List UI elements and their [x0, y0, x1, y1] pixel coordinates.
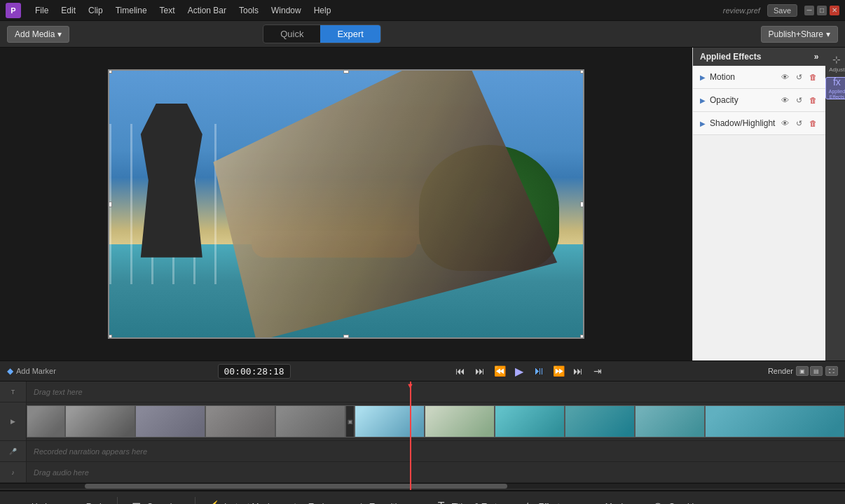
handle-top-left[interactable] [108, 69, 112, 74]
effects-button[interactable]: ★ Effects ▾ [514, 496, 577, 505]
handle-bottom-right[interactable] [580, 335, 584, 339]
menu-timeline[interactable]: Timeline [110, 4, 153, 18]
handle-bottom-middle[interactable] [343, 335, 349, 339]
effect-motion-arrow[interactable]: ▶ [700, 74, 706, 81]
menu-tools[interactable]: Tools [233, 4, 264, 18]
menu-clip[interactable]: Clip [83, 4, 109, 18]
handle-top-right[interactable] [580, 69, 584, 74]
applied-effects-label: Applied Effects [826, 89, 845, 99]
clip-6[interactable] [355, 405, 425, 438]
clip-3[interactable] [135, 405, 205, 438]
applied-effects-tool[interactable]: fx Applied Effects [825, 77, 845, 99]
adjust-tool[interactable]: ⊹ Adjust [825, 52, 845, 74]
undo-button[interactable]: ↩ Undo [7, 496, 59, 505]
handle-bottom-left[interactable] [108, 335, 112, 339]
clip-8[interactable] [495, 405, 565, 438]
tools-icon: ✂ [291, 500, 305, 505]
clip-marker[interactable]: ▣ [345, 405, 355, 438]
graphics-label: Graphics [668, 502, 702, 505]
clip-11[interactable] [705, 405, 845, 438]
prev-edit-button[interactable]: ⏭ [472, 363, 488, 379]
tools-button[interactable]: ✂ Tools ▾ [284, 496, 342, 505]
timeline-scroll-thumb[interactable] [85, 484, 507, 489]
clip-5[interactable] [275, 405, 345, 438]
effects-icon: ★ [521, 500, 535, 505]
add-marker[interactable]: ◆ Add Marker [7, 366, 56, 376]
video-clips-row: ▣ [27, 402, 845, 440]
effect-opacity-arrow[interactable]: ▶ [700, 97, 706, 104]
step-back-button[interactable]: ⏪ [491, 363, 508, 379]
narration-track-placeholder: Recorded narration appears here [27, 441, 845, 461]
transitions-button[interactable]: ⇄ Transitions ▾ [345, 496, 424, 505]
organizer-icon: ⊞ [129, 500, 143, 505]
menu-file[interactable]: File [29, 4, 54, 18]
bottom-toolbar: ↩ Undo ↪ Redo ⊞ Organizer ⚡ Instant Movi… [0, 490, 845, 504]
undo-label: Undo [32, 502, 52, 505]
effect-motion-icons: 👁 ↺ 🗑 [779, 71, 818, 83]
redo-button[interactable]: ↪ Redo [62, 496, 114, 505]
clip-2[interactable] [65, 405, 135, 438]
graphics-button[interactable]: ◎ Graphics ▾ [644, 496, 716, 505]
mode-toggle: Quick Expert [263, 24, 381, 43]
collapse-effects-icon[interactable]: » [814, 52, 819, 62]
render-fullscreen[interactable]: ⛶ [825, 366, 838, 376]
loop-button[interactable]: ⇥ [589, 363, 606, 379]
effect-motion-delete[interactable]: 🗑 [807, 71, 818, 83]
video-area [0, 48, 692, 360]
quick-mode-button[interactable]: Quick [263, 25, 320, 43]
effect-shadow-delete[interactable]: 🗑 [807, 118, 818, 129]
to-end-button[interactable]: ⏭ [570, 363, 586, 379]
clip-9[interactable] [565, 405, 635, 438]
organizer-button[interactable]: ⊞ Organizer [122, 496, 191, 505]
minimize-button[interactable]: ─ [804, 6, 814, 15]
menu-edit[interactable]: Edit [55, 4, 81, 18]
applied-effects-icon: fx [833, 76, 841, 88]
render-icon-2[interactable]: ▤ [810, 366, 823, 376]
maximize-button[interactable]: □ [817, 6, 827, 15]
handle-top-middle[interactable] [343, 69, 349, 74]
clip-1[interactable] [27, 405, 65, 438]
clip-7[interactable] [425, 405, 495, 438]
effect-opacity-visibility[interactable]: 👁 [779, 94, 790, 106]
effect-opacity-delete[interactable]: 🗑 [807, 94, 818, 106]
narration-track: 🎤 Recorded narration appears here [0, 441, 845, 462]
timeline-scrollbar[interactable] [0, 483, 845, 489]
effect-opacity-reset[interactable]: ↺ [793, 94, 804, 106]
menu-help[interactable]: Help [308, 4, 337, 18]
title-track-content: Drag text here [27, 382, 845, 402]
video-track-content: ▣ [27, 402, 845, 440]
menu-window[interactable]: Window [266, 4, 307, 18]
play-pause-button[interactable]: ⏯ [530, 363, 547, 379]
clip-4[interactable] [205, 405, 275, 438]
add-marker-label: Add Marker [16, 367, 56, 375]
clip-10[interactable] [635, 405, 705, 438]
effect-motion: ▶ Motion 👁 ↺ 🗑 [693, 66, 825, 89]
pref-filename: review.pref [723, 6, 760, 15]
to-start-button[interactable]: ⏮ [452, 363, 469, 379]
render-icons: ▣ ▤ [796, 366, 823, 376]
add-media-button[interactable]: Add Media ▾ [7, 26, 69, 43]
publish-share-button[interactable]: Publish+Share ▾ [761, 26, 838, 43]
effect-motion-reset[interactable]: ↺ [793, 71, 804, 83]
effect-shadow-visibility[interactable]: 👁 [779, 118, 790, 129]
audio-track-header: ♪ [0, 462, 27, 482]
close-button[interactable]: ✕ [830, 6, 839, 15]
marker-diamond-icon: ◆ [7, 366, 13, 376]
titles-text-button[interactable]: T Titles & Text ▾ [427, 496, 511, 505]
play-button[interactable]: ▶ [511, 363, 528, 379]
menu-text[interactable]: Text [154, 4, 181, 18]
instant-movie-label: Instant Movie [224, 502, 274, 505]
save-button[interactable]: Save [767, 4, 797, 17]
handle-middle-right[interactable] [580, 202, 584, 207]
handle-middle-left[interactable] [108, 202, 112, 207]
render-icon-1[interactable]: ▣ [796, 366, 809, 376]
music-button[interactable]: ♪ Music ▾ [581, 496, 641, 505]
step-fwd-button[interactable]: ⏩ [550, 363, 567, 379]
effect-shadow-reset[interactable]: ↺ [793, 118, 804, 129]
effect-motion-visibility[interactable]: 👁 [779, 71, 790, 83]
playhead[interactable]: ▼ [410, 382, 411, 490]
instant-movie-button[interactable]: ⚡ Instant Movie [200, 496, 281, 505]
expert-mode-button[interactable]: Expert [320, 25, 380, 43]
menu-action-bar[interactable]: Action Bar [182, 4, 232, 18]
effect-shadow-arrow[interactable]: ▶ [700, 120, 706, 127]
